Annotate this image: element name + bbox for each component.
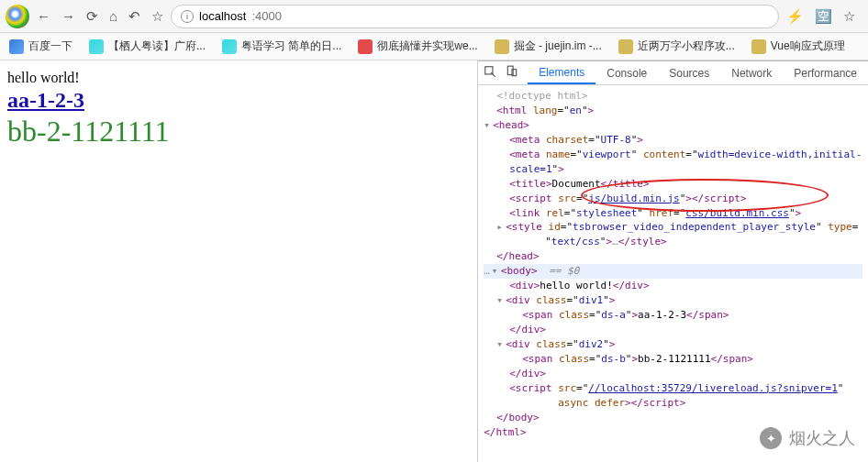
dom-line[interactable]: </body> [484,411,862,425]
dom-line[interactable]: <span class="ds-a">aa-1-2-3</span> [484,308,862,323]
devtools-tab-console[interactable]: Console [595,61,658,84]
bookmark-star-icon[interactable]: ☆ [843,8,855,25]
address-port: :4000 [251,9,282,23]
bookmark-item[interactable]: 【栖人粤读】广府... [89,38,206,54]
bookmark-item[interactable]: 彻底搞懂并实现we... [358,38,477,54]
bookmark-item[interactable]: 粤语学习 简单的日... [222,38,341,54]
bookmark-item[interactable]: 百度一下 [9,38,72,54]
expand-icon[interactable] [496,337,506,352]
devtools-tab-elements[interactable]: Elements [528,61,595,84]
devtools-tab-bar: Elements Console Sources Network Perform… [478,61,868,85]
bookmark-item[interactable]: 掘金 - juejin.im -... [495,38,602,54]
translate-icon[interactable]: 🈳 [815,8,832,25]
expand-icon[interactable] [492,264,501,279]
dom-tree[interactable]: <!doctype html> <html lang="en"> <head> … [478,85,868,444]
browser-logo-icon [6,5,29,28]
aa-link[interactable]: aa-1-2-3 [7,88,84,113]
bookmark-icon [495,39,509,54]
bb-text: bb-2-1121111 [7,115,470,148]
dom-line[interactable]: <script src="js/build.min.js"></script> [484,192,862,206]
dom-line[interactable]: </div> [484,367,862,381]
reload-button[interactable]: ⟳ [86,8,98,25]
wechat-icon: ✦ [760,427,782,449]
undo-button[interactable]: ↶ [128,8,140,25]
bookmark-label: 彻底搞懂并实现we... [377,38,477,54]
device-toggle-icon[interactable] [506,65,518,81]
dom-line[interactable]: <meta charset="UTF-8"> [484,133,862,148]
devtools-tab-sources[interactable]: Sources [658,61,720,84]
devtools-panel: Elements Console Sources Network Perform… [478,60,868,462]
dom-line[interactable]: <div>hello world!</div> [484,279,862,293]
toolbar-right-icons: ⚡ 🈳 ☆ [786,8,862,25]
bookmark-icon [9,39,24,54]
bookmarks-bar: 百度一下 【栖人粤读】广府... 粤语学习 简单的日... 彻底搞懂并实现we.… [0,33,868,60]
devtools-pre-icons [484,65,528,81]
expand-icon[interactable] [496,293,506,308]
bookmark-label: 掘金 - juejin.im -... [514,38,602,54]
dom-line[interactable]: <!doctype html> [484,89,862,104]
dom-line[interactable]: <style id="tsbrowser_video_independent_p… [484,220,862,249]
hello-text: hello world! [7,70,470,86]
site-info-icon[interactable]: i [181,10,194,23]
favorite-button[interactable]: ☆ [151,8,163,25]
devtools-tab-network[interactable]: Network [720,61,783,84]
forward-button[interactable]: → [61,8,75,24]
bookmark-label: 近两万字小程序攻... [638,38,735,54]
dom-line[interactable]: <title>Document</title> [484,177,862,192]
bookmark-label: 【栖人粤读】广府... [108,38,206,54]
devtools-tab-performance[interactable]: Performance [783,61,868,84]
bookmark-icon [358,39,373,54]
home-button[interactable]: ⌂ [109,8,117,24]
flash-icon[interactable]: ⚡ [786,8,804,25]
bookmark-icon [89,39,104,54]
bookmark-label: 百度一下 [28,38,72,54]
bookmark-icon [618,39,633,54]
dom-line[interactable]: <link rel="stylesheet" href="css/build.m… [484,206,862,221]
bookmark-label: 粤语学习 简单的日... [241,38,341,54]
dom-line-body-selected[interactable]: …<body> == $0 [484,264,862,279]
dom-line[interactable]: <head> [484,118,862,133]
dom-line[interactable]: <div class="div1"> [484,293,862,308]
expand-icon[interactable] [484,118,493,133]
dom-line[interactable]: <div class="div2"> [484,337,862,352]
browser-toolbar: ← → ⟳ ⌂ ↶ ☆ i localhost:4000 ⚡ 🈳 ☆ [0,0,868,33]
nav-button-group: ← → ⟳ ⌂ ↶ ☆ [37,8,163,25]
dom-line[interactable]: <span class="ds-b">bb-2-1121111</span> [484,352,862,367]
expand-icon[interactable] [496,220,506,235]
bookmark-icon [751,39,766,54]
dom-line[interactable]: </head> [484,249,862,264]
address-host: localhost [199,9,246,23]
main-area: hello world! aa-1-2-3 bb-2-1121111 Eleme… [0,60,868,462]
bookmark-label: Vue响应式原理 [771,38,845,54]
bookmark-item[interactable]: Vue响应式原理 [751,38,845,54]
address-bar[interactable]: i localhost:4000 [171,5,779,28]
rendered-page: hello world! aa-1-2-3 bb-2-1121111 [0,60,478,462]
dom-line[interactable]: <script src="//localhost:35729/livereloa… [484,381,862,411]
back-button[interactable]: ← [37,8,50,24]
dom-line[interactable]: <html lang="en"> [484,104,862,118]
watermark: ✦ 烟火之人 [760,427,855,449]
dom-line[interactable]: </div> [484,323,862,337]
bookmark-icon [222,39,237,54]
inspect-element-icon[interactable] [484,65,496,81]
bookmark-item[interactable]: 近两万字小程序攻... [618,38,735,54]
watermark-text: 烟火之人 [789,427,855,449]
dom-line[interactable]: <meta name="viewport" content="width=dev… [484,148,862,177]
